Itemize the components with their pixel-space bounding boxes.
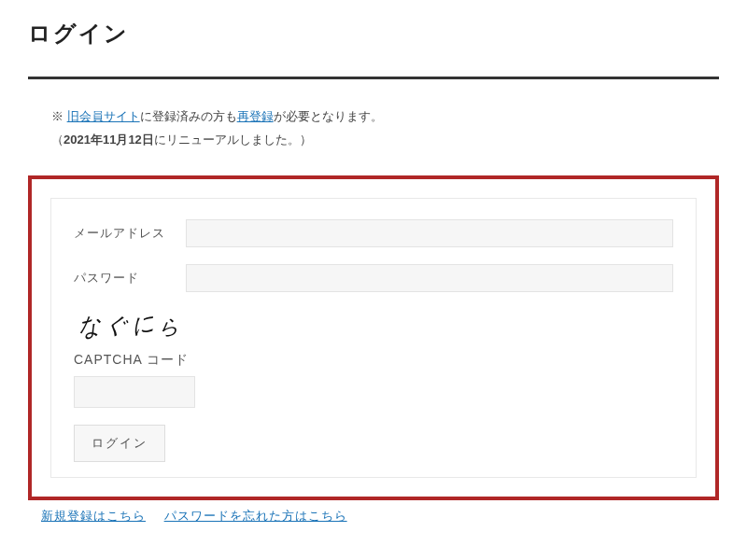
forgot-password-link[interactable]: パスワードを忘れた方はこちら [164, 509, 347, 523]
notice-text-1: に登録済みの方も [140, 109, 237, 123]
notice-paren-open: （ [51, 133, 63, 147]
notice-text-2: が必要となります。 [274, 109, 383, 123]
captcha-glyph: に [130, 307, 161, 342]
captcha-input[interactable] [74, 376, 195, 408]
notice-box: ※ 旧会員サイトに登録済みの方も再登録が必要となります。 （2021年11月12… [28, 96, 719, 170]
login-button[interactable]: ログイン [74, 425, 165, 462]
login-highlight-box: メールアドレス パスワード な ぐ に ら CAPTCHA コード ログイン [28, 175, 719, 500]
old-member-site-link[interactable]: 旧会員サイト [67, 109, 140, 123]
reregister-link[interactable]: 再登録 [237, 109, 274, 123]
password-row: パスワード [74, 264, 673, 292]
login-form: メールアドレス パスワード な ぐ に ら CAPTCHA コード ログイン [50, 198, 697, 478]
email-label: メールアドレス [74, 225, 186, 242]
email-input[interactable] [186, 219, 673, 247]
email-row: メールアドレス [74, 219, 673, 247]
captcha-label: CAPTCHA コード [74, 352, 673, 369]
captcha-image: な ぐ に ら [73, 309, 206, 343]
notice-prefix: ※ [51, 109, 67, 123]
bottom-links: 新規登録はこちら パスワードを忘れた方はこちら [28, 508, 719, 525]
register-link[interactable]: 新規登録はこちら [41, 509, 146, 523]
notice-line2-rest: にリニューアルしました。） [154, 133, 312, 147]
password-input[interactable] [186, 264, 673, 292]
renewal-date: 2021年11月12日 [63, 133, 154, 147]
page-title: ログイン [28, 19, 719, 49]
content-wrap: ※ 旧会員サイトに登録済みの方も再登録が必要となります。 （2021年11月12… [28, 77, 719, 525]
captcha-glyph: ら [157, 313, 186, 343]
password-label: パスワード [74, 270, 186, 287]
